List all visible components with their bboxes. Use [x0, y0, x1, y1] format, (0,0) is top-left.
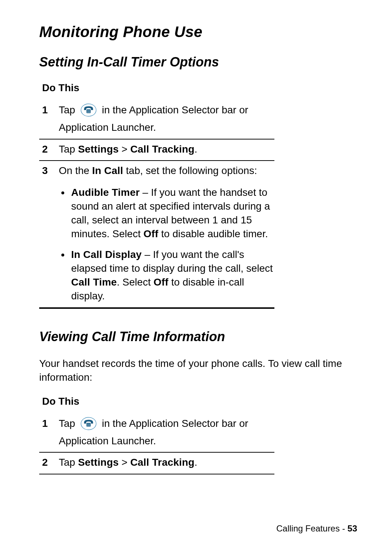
- heading-monitoring: Monitoring Phone Use: [39, 23, 357, 41]
- phone-icon: [80, 417, 97, 434]
- text: tab, set the following options:: [123, 165, 257, 176]
- label-call-tracking: Call Tracking: [130, 457, 195, 468]
- text: >: [119, 143, 130, 155]
- step-number: 2: [42, 142, 59, 156]
- page-number: 53: [347, 523, 357, 533]
- heading-in-call-timer: Setting In-Call Timer Options: [39, 54, 357, 70]
- footer-section: Calling Features -: [276, 523, 347, 533]
- label-call-tracking: Call Tracking: [130, 143, 195, 155]
- label-settings: Settings: [78, 457, 119, 468]
- step-row: 3 On the In Call tab, set the following …: [39, 160, 274, 308]
- text: –: [140, 187, 151, 198]
- do-this-header-1: Do This: [39, 82, 274, 94]
- step-content: Tap in the Application Selector bar or A…: [59, 103, 274, 134]
- label-in-call-display: In Call Display: [71, 249, 142, 260]
- text: >: [119, 457, 130, 468]
- text: Tap: [59, 457, 78, 468]
- label-audible-timer: Audible Timer: [71, 187, 140, 198]
- step-number: 2: [42, 456, 59, 469]
- intro-paragraph: Your handset records the time of your ph…: [39, 357, 357, 385]
- do-this-header-2: Do This: [39, 396, 274, 407]
- step-row: 1 Tap in the Application Selector bar or…: [39, 414, 274, 452]
- step-row: 1 Tap in the Application Selector bar or…: [39, 100, 274, 139]
- step-row: 2 Tap Settings > Call Tracking.: [39, 139, 274, 161]
- label-off: Off: [154, 276, 168, 288]
- label-off: Off: [143, 228, 158, 239]
- label-in-call: In Call: [92, 165, 123, 176]
- step-content: Tap in the Application Selector bar or A…: [59, 417, 274, 448]
- bullet-item: Audible Timer – If you want the handset …: [70, 186, 274, 240]
- label-call-time: Call Time: [71, 276, 117, 288]
- heading-viewing-call-time: Viewing Call Time Information: [39, 329, 357, 344]
- text: . Select: [117, 276, 154, 288]
- step-content: On the In Call tab, set the following op…: [59, 164, 274, 303]
- text: .: [195, 143, 197, 155]
- page-footer: Calling Features - 53: [276, 523, 357, 534]
- phone-icon: [80, 103, 97, 121]
- step-content: Tap Settings > Call Tracking.: [59, 142, 274, 156]
- text: Tap: [59, 418, 78, 429]
- text: to disable audible timer.: [158, 228, 268, 239]
- step-content: Tap Settings > Call Tracking.: [59, 456, 274, 469]
- text: On the: [59, 165, 92, 176]
- step-number: 3: [42, 164, 59, 178]
- step-number: 1: [42, 417, 59, 430]
- text: Tap: [59, 143, 78, 155]
- text: –: [142, 249, 153, 260]
- bullet-item: In Call Display – If you want the call's…: [70, 248, 274, 303]
- step-row: 2 Tap Settings > Call Tracking.: [39, 452, 274, 474]
- text: Tap: [59, 104, 78, 116]
- label-settings: Settings: [78, 143, 119, 155]
- step-number: 1: [42, 103, 59, 117]
- text: .: [195, 457, 197, 468]
